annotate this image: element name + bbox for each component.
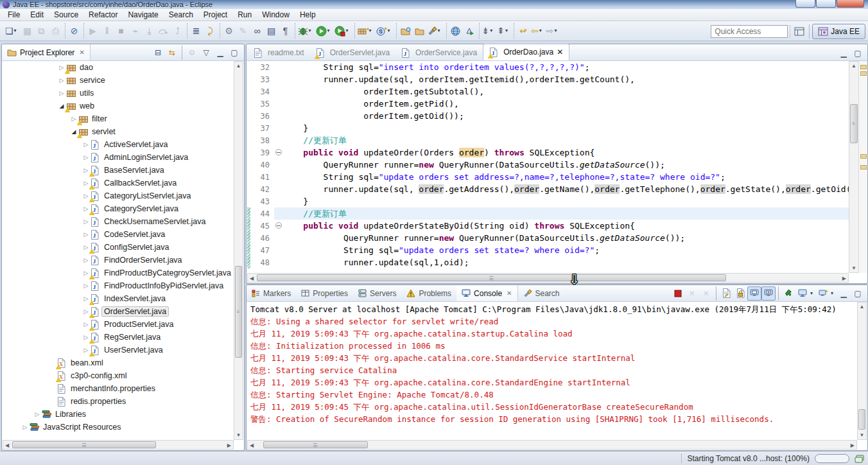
expand-arrow-icon[interactable]: ▷ bbox=[33, 411, 42, 417]
code-line-47[interactable]: 47 String sql="update orders set state=?… bbox=[247, 244, 849, 256]
tab-markers[interactable]: Markers bbox=[247, 285, 296, 301]
close-icon[interactable]: ✕ bbox=[79, 49, 84, 56]
search-button[interactable]: ▾ bbox=[427, 23, 444, 39]
tree-item-dao[interactable]: ▷dao bbox=[3, 61, 234, 74]
code-line-40[interactable]: 40 QueryRunner runner=new QueryRunner(Da… bbox=[247, 159, 849, 171]
tree-item-findorderservlet-java[interactable]: ▷JFindOrderServlet.java bbox=[3, 254, 234, 267]
open-console-dropdown-icon[interactable]: ▾ bbox=[831, 290, 837, 296]
menu-help[interactable]: Help bbox=[295, 10, 321, 20]
fold-collapse-icon[interactable] bbox=[275, 149, 282, 155]
tree-item-codeservlet-java[interactable]: ▷JCodeServlet.java bbox=[3, 228, 234, 241]
console-hscrollbar[interactable]: ◀ ▶ ☰ bbox=[247, 440, 857, 450]
new-server-wizard-dropdown-icon[interactable]: ▾ bbox=[369, 28, 375, 33]
close-icon[interactable]: ✕ bbox=[507, 290, 512, 297]
maximize-editor-button[interactable]: ▢ bbox=[851, 46, 865, 60]
new-wizard-button[interactable]: ❏▾ bbox=[4, 23, 21, 39]
tree-item-productservlet-java[interactable]: ▷JProductServlet.java bbox=[3, 318, 234, 331]
tree-item-activeservlet-java[interactable]: ▷JActiveServlet.java bbox=[3, 138, 234, 151]
tree-item-utils[interactable]: ▷utils bbox=[3, 87, 234, 100]
tree-item-baseservlet-java[interactable]: ▷JBaseServlet.java bbox=[3, 164, 234, 177]
quick-access-input[interactable] bbox=[711, 25, 788, 38]
code-line-44[interactable]: 44 //更新订单 bbox=[247, 207, 849, 220]
web-browser-button[interactable] bbox=[449, 23, 463, 39]
expand-arrow-icon[interactable]: ▷ bbox=[57, 90, 66, 96]
javaee-perspective-button[interactable]: Java EE bbox=[812, 24, 865, 39]
collapse-all-button[interactable]: ⊟ bbox=[151, 46, 165, 60]
fold-column[interactable] bbox=[274, 148, 283, 157]
open-type-button[interactable]: ▤ bbox=[265, 23, 279, 39]
code-line-34[interactable]: 34 orderItem.getSubtotal(), bbox=[247, 85, 849, 98]
new-web-service-button[interactable]: S+▾ bbox=[376, 23, 394, 39]
search-dropdown-icon[interactable]: ▾ bbox=[438, 28, 444, 33]
expand-arrow-icon[interactable]: ▷ bbox=[82, 257, 91, 263]
tree-item-filter[interactable]: ▷filter bbox=[3, 112, 234, 125]
menu-edit[interactable]: Edit bbox=[25, 10, 49, 20]
explorer-hscrollbar[interactable]: ◀ ▶ ☰ bbox=[3, 440, 234, 450]
console-vscrollbar[interactable]: ▲ ▼ bbox=[857, 302, 867, 440]
restore-window-button[interactable] bbox=[816, 0, 836, 8]
editor-hscrollbar[interactable]: ◀ ▶ ☰ bbox=[247, 273, 849, 283]
previous-annotation-dropdown-icon[interactable]: ▾ bbox=[505, 28, 511, 33]
expand-arrow-icon[interactable]: ▷ bbox=[82, 154, 91, 161]
show-console-stderr-button[interactable]: ✕ bbox=[761, 286, 776, 301]
menu-search[interactable]: Search bbox=[164, 10, 198, 20]
code-line-39[interactable]: 39 public void updateOrder(Orders order)… bbox=[247, 146, 849, 159]
new-web-service-dropdown-icon[interactable]: ▾ bbox=[388, 28, 394, 33]
tab-project-explorer[interactable]: Project Explorer ✕ bbox=[2, 44, 91, 60]
tab-properties[interactable]: Properties bbox=[296, 285, 353, 301]
next-annotation-button[interactable]: ⇟▾ bbox=[482, 23, 497, 39]
code-line-35[interactable]: 35 orderItem.getPid(), bbox=[247, 98, 849, 110]
code-line-41[interactable]: 41 String sql="update orders set address… bbox=[247, 171, 849, 183]
annotation-marker[interactable] bbox=[860, 71, 867, 76]
scroll-lock-button[interactable] bbox=[733, 286, 747, 301]
last-edit-location-button[interactable]: ↫ bbox=[516, 23, 530, 39]
code-line-42[interactable]: 42 runner.update(sql, order.getAddress()… bbox=[247, 183, 849, 195]
tree-item-redis-properties[interactable]: redis.properties bbox=[3, 395, 234, 408]
tree-item-merchantinfo-properties[interactable]: merchantInfo.properties bbox=[3, 382, 234, 395]
menu-navigate[interactable]: Navigate bbox=[123, 10, 163, 20]
editor-tab-orderservice-java[interactable]: JOrderService.java bbox=[395, 45, 483, 60]
code-line-32[interactable]: 32 String sql="insert into orderitem val… bbox=[247, 61, 849, 73]
tree-item-findproductinfobypidservlet-java[interactable]: ▷JFindProductInfoByPidServlet.java bbox=[3, 279, 234, 292]
menu-run[interactable]: Run bbox=[232, 10, 257, 20]
code-editor[interactable]: 32 String sql="insert into orderitem val… bbox=[247, 61, 849, 273]
menu-file[interactable]: File bbox=[3, 10, 25, 20]
tab-console[interactable]: Console✕ bbox=[456, 285, 517, 301]
new-wizard-dropdown-icon[interactable]: ▾ bbox=[14, 28, 20, 33]
editor-tab-orderservlet-java[interactable]: JOrderServlet.java bbox=[310, 45, 395, 60]
editor-tab-orderdao-java[interactable]: JOrderDao.java✕ bbox=[483, 44, 569, 60]
browse-glasses-button[interactable]: ∞ bbox=[250, 23, 265, 39]
tree-item-bean-xml[interactable]: Xbean.xml bbox=[3, 356, 234, 369]
skip-all-breakpoints-button[interactable]: ⊘ bbox=[67, 23, 82, 39]
step-filters-button[interactable]: ⚙ bbox=[222, 23, 236, 39]
terminate-console-button[interactable] bbox=[671, 286, 685, 301]
close-icon[interactable]: ✕ bbox=[557, 48, 563, 57]
tree-item-javascript-resources[interactable]: ▷JavaScript Resources bbox=[3, 421, 234, 434]
back-dropdown-icon[interactable]: ▾ bbox=[539, 28, 545, 33]
expand-arrow-icon[interactable]: ▷ bbox=[82, 283, 91, 289]
tree-item-checkusernameservlet-java[interactable]: ▷JCheckUsernameServlet.java bbox=[3, 215, 234, 228]
code-line-46[interactable]: 46 QueryRunner runner=new QueryRunner(Da… bbox=[247, 232, 849, 244]
tree-item-servlet[interactable]: ◢servlet bbox=[3, 125, 234, 138]
run-coverage-dropdown-icon[interactable]: ▾ bbox=[346, 28, 352, 33]
open-folder-button[interactable] bbox=[413, 23, 427, 39]
forward-dropdown-icon[interactable]: ▾ bbox=[555, 28, 560, 33]
link-with-editor-button[interactable]: ⇆ bbox=[165, 46, 179, 60]
editor-tab-readme-txt[interactable]: readme.txt bbox=[248, 45, 310, 60]
menu-project[interactable]: Project bbox=[198, 10, 232, 20]
tree-item-configservlet-java[interactable]: ▷JConfigServlet.java bbox=[3, 241, 234, 254]
run-coverage-button[interactable]: ▾ bbox=[334, 23, 352, 39]
tree-item-adminloginservlet-java[interactable]: ▷JAdminLoginServlet.java bbox=[3, 151, 234, 164]
annotation-marker[interactable] bbox=[860, 165, 867, 170]
editor-vscrollbar[interactable]: ▲ ▼ ≡ bbox=[849, 61, 859, 273]
expand-arrow-icon[interactable]: ▷ bbox=[82, 141, 91, 148]
maximize-view-button[interactable]: ▢ bbox=[851, 286, 865, 301]
tab-servers[interactable]: Servers bbox=[353, 285, 401, 301]
code-line-45[interactable]: 45 public void updateOrderStateByOid(Str… bbox=[247, 220, 849, 232]
run-button[interactable]: ▾ bbox=[315, 23, 334, 39]
expand-arrow-icon[interactable]: ▷ bbox=[82, 231, 91, 238]
menu-refactor[interactable]: Refactor bbox=[83, 10, 123, 20]
overview-ruler[interactable] bbox=[858, 61, 867, 273]
display-selected-console-dropdown-icon[interactable]: ▾ bbox=[810, 290, 816, 296]
annotation-marker[interactable] bbox=[860, 154, 867, 159]
